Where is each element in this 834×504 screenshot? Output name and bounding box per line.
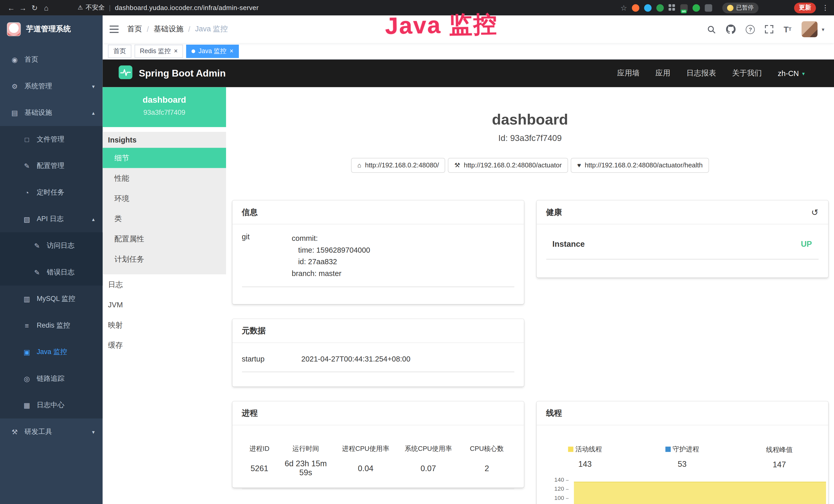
browser-menu-icon[interactable]: ⋮ — [822, 4, 829, 12]
search-icon[interactable] — [707, 25, 716, 33]
sba-item-scheduled-tasks[interactable]: 计划任务 — [103, 249, 226, 269]
back-icon[interactable]: ← — [5, 3, 17, 12]
sba-item-classes[interactable]: 类 — [103, 208, 226, 229]
tab-redis-monitor[interactable]: Redis 监控 × — [135, 44, 183, 58]
insights-group-label: Insights — [103, 132, 226, 148]
sidebar-item-label: 日志中心 — [37, 400, 64, 410]
sba-nav-journal[interactable]: 日志报表 — [686, 69, 716, 78]
access-log-icon: ✎ — [33, 242, 41, 250]
help-icon[interactable]: ? — [746, 25, 755, 33]
close-icon[interactable]: × — [229, 47, 234, 55]
sba-item-config-props[interactable]: 配置属性 — [103, 229, 226, 249]
peak-threads-label: 线程峰值 — [766, 445, 793, 455]
close-icon[interactable]: × — [174, 47, 178, 55]
sidebar-item-infra[interactable]: ▤ 基础设施 ▴ — [0, 99, 103, 126]
extension-icon-green-circle[interactable] — [656, 4, 664, 12]
history-icon[interactable]: ↺ — [811, 207, 818, 217]
process-col-header: 进程ID — [242, 444, 277, 453]
hamburger-icon[interactable] — [110, 25, 119, 33]
security-warning-icon[interactable]: ⚠ — [78, 4, 83, 11]
actuator-url-button[interactable]: ⚒ http://192.168.0.2:48080/actuator — [448, 158, 568, 173]
extension-icon-puzzle[interactable] — [705, 4, 712, 12]
sidebar-item-log-center[interactable]: ▦ 日志中心 — [0, 392, 103, 418]
sidebar-item-access-log[interactable]: ✎ 访问日志 — [0, 232, 103, 259]
sba-item-caches[interactable]: 缓存 — [103, 335, 226, 356]
sidebar-item-trace[interactable]: ◎ 链路追踪 — [0, 365, 103, 392]
sba-brand-title[interactable]: Spring Boot Admin — [139, 68, 225, 79]
sba-item-details[interactable]: 细节 — [103, 148, 226, 168]
user-avatar[interactable] — [802, 21, 817, 37]
tabs-bar: 首页 Redis 监控 × Java 监控 × — [103, 43, 834, 60]
breadcrumb-infra[interactable]: 基础设施 — [154, 24, 183, 34]
active-threads-area — [574, 482, 826, 504]
sba-nav-about[interactable]: 关于我们 — [732, 69, 762, 78]
sba-item-jvm[interactable]: JVM — [103, 295, 226, 315]
breadcrumb: 首页 / 基础设施 / Java 监控 — [127, 24, 228, 34]
fullscreen-icon[interactable] — [765, 25, 773, 33]
sidebar-item-java-monitor[interactable]: ▣ Java 监控 — [0, 339, 103, 365]
y-axis-tick: 140 — [543, 476, 568, 483]
sba-item-logs[interactable]: 日志 — [103, 274, 226, 295]
sidebar-item-label: Java 监控 — [37, 347, 67, 357]
app-logo-row[interactable]: 芋道管理系统 — [0, 16, 103, 43]
instance-id-line: Id: 93a3fc7f7409 — [232, 134, 828, 143]
extension-icon-on-badge[interactable]: on — [680, 4, 688, 12]
sidebar-item-label: API 日志 — [37, 214, 64, 224]
forward-icon[interactable]: → — [17, 3, 29, 12]
sba-nav-applications[interactable]: 应用 — [656, 69, 671, 78]
sidebar-item-config-manage[interactable]: ✎ 配置管理 — [0, 153, 103, 179]
sidebar-item-dev-tools[interactable]: ⚒ 研发工具 ▾ — [0, 418, 103, 445]
extension-icon-grid[interactable] — [668, 4, 676, 11]
chrome-update-button[interactable]: 更新 — [794, 2, 816, 13]
locale-select[interactable]: zh-CN ▾ — [778, 69, 805, 77]
chevron-down-icon: ▾ — [92, 83, 94, 89]
extension-icon-leaf[interactable] — [693, 4, 700, 12]
sidebar-item-api-log[interactable]: ▧ API 日志 ▴ — [0, 206, 103, 232]
extension-icon-orange[interactable] — [632, 4, 639, 12]
sba-nav-wallboard[interactable]: 应用墙 — [617, 69, 640, 78]
font-size-icon[interactable]: TT — [784, 25, 791, 33]
sidebar-item-error-log[interactable]: ✎ 错误日志 — [0, 259, 103, 285]
peak-threads-value: 147 — [731, 460, 828, 469]
breadcrumb-home[interactable]: 首页 — [127, 24, 142, 34]
process-card: 进程 进程ID 运行时间 进程 — [232, 401, 524, 487]
sidebar-item-label: 首页 — [24, 55, 38, 64]
sba-item-environment[interactable]: 环境 — [103, 188, 226, 208]
y-axis-tick: 100 — [543, 495, 568, 501]
browser-home-icon[interactable]: ⌂ — [40, 3, 52, 12]
sidebar-item-file-manage[interactable]: □ 文件管理 — [0, 126, 103, 153]
cpu-cores: 2 — [460, 453, 514, 489]
sidebar-item-label: 配置管理 — [37, 161, 64, 170]
sidebar-item-label: 文件管理 — [37, 135, 64, 144]
threads-card-title: 线程 — [536, 401, 828, 425]
wrench-icon: ⚒ — [454, 162, 460, 169]
sidebar-item-label: 错误日志 — [47, 268, 74, 277]
health-url-button[interactable]: ♥ http://192.168.0.2:48080/actuator/heal… — [571, 158, 709, 173]
browser-chrome: ← → ↻ ⌂ ⚠ 不安全 | dashboard.yudao.iocoder.… — [0, 0, 834, 16]
bookmark-star-icon[interactable]: ☆ — [620, 3, 627, 12]
tab-java-monitor[interactable]: Java 监控 × — [186, 44, 239, 58]
process-col-header: CPU核心数 — [460, 444, 514, 453]
instance-links: ⌂ http://192.168.0.2:48080/ ⚒ http://192… — [232, 158, 828, 173]
sidebar-item-scheduled-job[interactable]: ◔ 定时任务 — [0, 179, 103, 206]
sidebar-item-home[interactable]: ◉ 首页 — [0, 46, 103, 73]
sidebar-item-redis-monitor[interactable]: ≡ Redis 监控 — [0, 312, 103, 339]
git-time-line: time: 1596289704000 — [292, 244, 370, 256]
sidebar-item-mysql-monitor[interactable]: ▥ MySQL 监控 — [0, 285, 103, 312]
git-label: git — [242, 232, 292, 279]
sba-item-performance[interactable]: 性能 — [103, 168, 226, 188]
instance-name: dashboard — [103, 95, 226, 105]
breadcrumb-separator: / — [188, 25, 190, 33]
address-url[interactable]: dashboard.yudao.iocoder.cn/infra/admin-s… — [115, 4, 259, 12]
github-icon[interactable] — [726, 24, 736, 34]
reload-icon[interactable]: ↻ — [29, 3, 41, 12]
profile-chip[interactable]: 已暂停 — [722, 2, 759, 13]
sba-item-mappings[interactable]: 映射 — [103, 315, 226, 335]
startup-value: 2021-04-27T00:44:31.254+08:00 — [301, 354, 411, 363]
instance-header[interactable]: dashboard 93a3fc7f7409 — [103, 87, 226, 127]
extension-icon-drop[interactable] — [644, 4, 652, 12]
sidebar-item-system[interactable]: ⚙ 系统管理 ▾ — [0, 73, 103, 100]
edit-icon: ✎ — [23, 162, 31, 170]
tab-home[interactable]: 首页 — [108, 44, 131, 58]
instance-url-button[interactable]: ⌂ http://192.168.0.2:48080/ — [351, 158, 445, 173]
